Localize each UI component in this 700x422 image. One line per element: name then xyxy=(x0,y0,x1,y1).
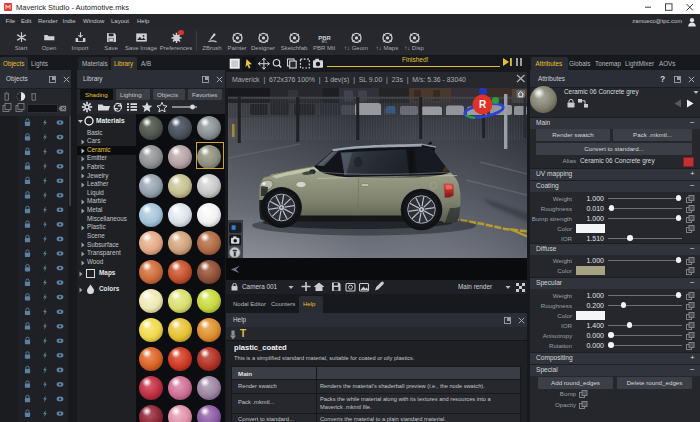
svg-text:MTL: MTL xyxy=(321,40,327,44)
svg-text:PBR: PBR xyxy=(318,35,331,41)
svg-text:R: R xyxy=(479,99,487,110)
